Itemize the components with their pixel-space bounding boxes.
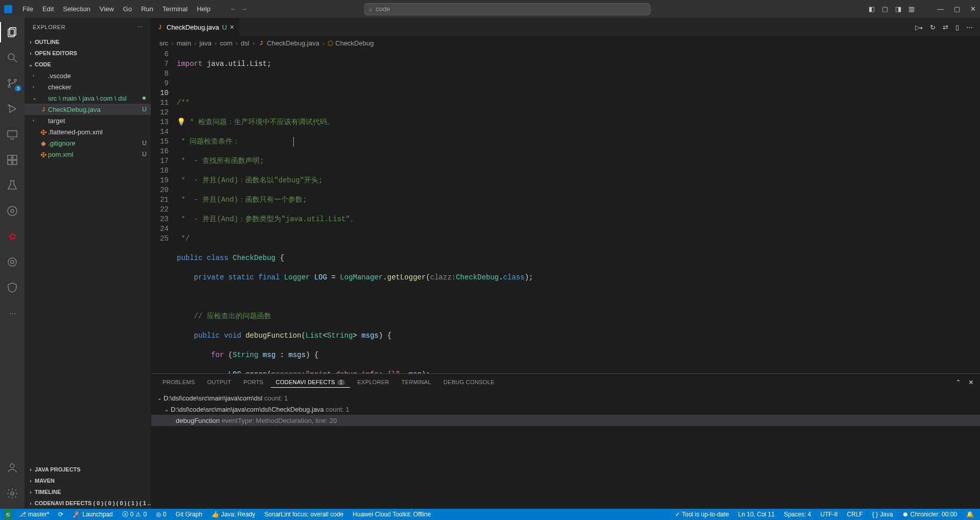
section-outline[interactable]: ›OUTLINE — [25, 36, 151, 48]
breadcrumbs[interactable]: src› main› java› com› dsl› J CheckDebug.… — [151, 36, 980, 50]
status-language[interactable]: { }Java — [870, 511, 895, 518]
section-open-editors[interactable]: ›OPEN EDITORS — [25, 48, 151, 59]
svg-rect-9 — [8, 131, 17, 137]
window-maximize-icon[interactable]: ▢ — [954, 5, 960, 13]
status-encoding[interactable]: UTF-8 — [819, 511, 840, 518]
activity-security[interactable] — [0, 277, 25, 298]
activity-search[interactable] — [0, 48, 25, 68]
tree-checker[interactable]: ›checker — [25, 81, 151, 92]
status-eol[interactable]: CRLF — [845, 511, 865, 518]
status-branch[interactable]: ⎇master* — [17, 511, 51, 518]
status-gitgraph[interactable]: Git Graph — [174, 511, 204, 518]
menu-selection[interactable]: Selection — [59, 3, 94, 15]
ptab-terminal[interactable]: TERMINAL — [396, 377, 436, 387]
lightbulb-icon[interactable]: 💡 — [177, 118, 185, 126]
defect-item[interactable]: debugFunction eventType: MethodDeclarati… — [151, 415, 980, 426]
activity-explorer[interactable] — [0, 22, 25, 42]
sidebar-more-icon[interactable]: ⋯ — [137, 24, 143, 31]
crumb-java[interactable]: java — [199, 39, 212, 47]
tree-vscode[interactable]: ›.vscode — [25, 70, 151, 81]
svg-rect-13 — [13, 160, 17, 164]
status-tool[interactable]: ✓Tool is up-to-date — [673, 511, 731, 518]
activity-scm[interactable]: 3 — [0, 73, 25, 93]
window-minimize-icon[interactable]: — — [937, 5, 944, 13]
editor-more-icon[interactable]: ⋯ — [966, 23, 973, 31]
section-codenavi[interactable]: ›CODENAVI DEFECTS ( 0 ) ( 0 ) ( 0 ) ( 1 … — [25, 498, 151, 509]
tree-flattened-pom[interactable]: ⧾.flattened-pom.xml — [25, 126, 151, 137]
status-java[interactable]: 👍Java: Ready — [209, 511, 258, 518]
toggle-panel-right-icon[interactable]: ◨ — [895, 5, 901, 13]
toggle-panel-left-icon[interactable]: ◧ — [869, 5, 875, 13]
crumb-dsl[interactable]: dsl — [241, 39, 249, 47]
tab-checkdebug[interactable]: J CheckDebug.java U × — [151, 18, 240, 36]
crumb-com[interactable]: com — [220, 39, 232, 47]
activity-debug[interactable] — [0, 99, 25, 119]
menu-go[interactable]: Go — [119, 3, 136, 15]
status-lncol[interactable]: Ln 10, Col 11 — [736, 511, 777, 518]
menu-view[interactable]: View — [96, 3, 118, 15]
tree-gitignore[interactable]: ◆.gitignoreU — [25, 137, 151, 149]
status-spaces[interactable]: Spaces: 4 — [782, 511, 813, 518]
section-java-projects[interactable]: ›JAVA PROJECTS — [25, 464, 151, 475]
status-sync[interactable]: ⟳ — [56, 511, 65, 518]
status-problems[interactable]: ⓧ0 ⚠0 — [120, 510, 149, 519]
ptab-debug-console[interactable]: DEBUG CONSOLE — [438, 377, 500, 387]
activity-docker[interactable] — [0, 252, 25, 272]
nav-forward-icon[interactable]: → — [241, 5, 247, 13]
history-icon[interactable]: ↻ — [930, 23, 936, 31]
layout-controls: ◧ ▢ ◨ ▥ — ▢ ✕ — [869, 5, 976, 13]
section-maven[interactable]: ›MAVEN — [25, 475, 151, 486]
split-editor-icon[interactable]: ▯ — [955, 23, 959, 31]
ptab-defects[interactable]: CODENAVI DEFECTS1 — [271, 377, 351, 388]
defect-group-folder[interactable]: ⌄D:\dsl\code\src\main\java\com\dsl count… — [151, 392, 980, 404]
status-ports[interactable]: ◎0 — [154, 511, 169, 518]
activity-settings[interactable] — [0, 483, 25, 504]
status-huawei[interactable]: Huawei Cloud Toolkit: Offline — [351, 511, 433, 518]
ptab-explorer[interactable]: EXPLORER — [352, 377, 394, 387]
activity-extensions[interactable] — [0, 150, 25, 170]
defect-group-file[interactable]: ⌄D:\dsl\code\src\main\java\com\dsl\Check… — [151, 404, 980, 415]
code-pane[interactable]: 6789 10111213 14151617 18192021 22232425… — [151, 50, 980, 373]
tree-target[interactable]: ›target — [25, 115, 151, 126]
activity-remote[interactable] — [0, 124, 25, 145]
status-remote[interactable]: ⎋ — [4, 509, 12, 520]
status-launchpad[interactable]: 🚀Launchpad — [71, 511, 114, 518]
panel-maximize-icon[interactable]: ⌃ — [955, 379, 961, 386]
run-icon[interactable]: ▷▾ — [915, 23, 923, 31]
ptab-problems[interactable]: PROBLEMS — [157, 377, 200, 387]
status-chronicler[interactable]: ⏺Chronicler: 00:00 — [900, 511, 959, 518]
toggle-panel-bottom-icon[interactable]: ▢ — [882, 5, 888, 13]
section-timeline[interactable]: ›TIMELINE — [25, 486, 151, 498]
menu-run[interactable]: Run — [137, 3, 157, 15]
tree-src[interactable]: ⌄src \ main \ java \ com \ dsl — [25, 92, 151, 104]
ptab-output[interactable]: OUTPUT — [202, 377, 237, 387]
window-close-icon[interactable]: ✕ — [970, 5, 976, 13]
ptab-ports[interactable]: PORTS — [239, 377, 269, 387]
command-center[interactable]: ⌕ code — [364, 3, 650, 15]
activity-more[interactable]: ⋯ — [0, 303, 25, 323]
section-code[interactable]: ⌄CODE — [25, 59, 151, 70]
customize-layout-icon[interactable]: ▥ — [908, 5, 915, 13]
status-notifications[interactable]: 🔔 — [964, 511, 976, 518]
status-sonarlint[interactable]: SonarLint focus: overall code — [263, 511, 346, 518]
diff-icon[interactable]: ⇄ — [943, 23, 948, 31]
panel-close-icon[interactable]: ✕ — [968, 379, 974, 386]
crumb-symbol[interactable]: CheckDebug — [335, 39, 374, 47]
menu-file[interactable]: File — [18, 3, 37, 15]
menu-edit[interactable]: Edit — [38, 3, 58, 15]
menu-help[interactable]: Help — [193, 3, 215, 15]
activity-gitlens[interactable] — [0, 201, 25, 221]
menu-terminal[interactable]: Terminal — [158, 3, 192, 15]
tree-pom[interactable]: ⧾pom.xmlU — [25, 149, 151, 160]
crumb-src[interactable]: src — [159, 39, 168, 47]
tab-close-icon[interactable]: × — [230, 23, 234, 31]
nav-back-icon[interactable]: ← — [230, 5, 237, 13]
svg-marker-7 — [10, 105, 16, 112]
code-content[interactable]: import java.util.List; /** 💡 * 检查问题：生产环境… — [177, 50, 980, 373]
activity-account[interactable] — [0, 458, 25, 478]
crumb-file[interactable]: CheckDebug.java — [267, 39, 319, 47]
activity-testing[interactable] — [0, 175, 25, 196]
tree-file-checkdebug[interactable]: JCheckDebug.javaU — [25, 104, 151, 115]
activity-huawei[interactable]: ✿ — [0, 226, 25, 247]
crumb-main[interactable]: main — [177, 39, 191, 47]
